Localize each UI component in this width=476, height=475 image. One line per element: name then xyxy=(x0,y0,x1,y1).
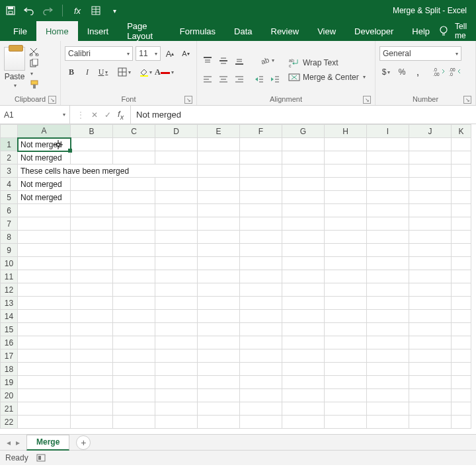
cell-H17[interactable] xyxy=(325,349,367,363)
row-header-17[interactable]: 17 xyxy=(1,349,18,363)
row-header-3[interactable]: 3 xyxy=(1,164,18,178)
cell-B7[interactable] xyxy=(71,217,113,231)
cell-B13[interactable] xyxy=(71,297,113,310)
cell-C13[interactable] xyxy=(113,297,155,310)
cell-D18[interactable] xyxy=(155,363,198,376)
row-header-4[interactable]: 4 xyxy=(1,178,18,191)
copy-icon[interactable]: ▾ xyxy=(29,59,40,77)
row-header-10[interactable]: 10 xyxy=(1,257,18,270)
row-header-8[interactable]: 8 xyxy=(1,231,18,244)
row-header-12[interactable]: 12 xyxy=(1,283,18,297)
cell-F4[interactable] xyxy=(240,178,282,191)
cell-F13[interactable] xyxy=(240,297,282,310)
align-right-icon[interactable] xyxy=(233,72,246,87)
cell-F10[interactable] xyxy=(240,257,282,270)
cell-K5[interactable] xyxy=(452,191,471,204)
cell-A21[interactable] xyxy=(18,402,71,416)
cell-J13[interactable] xyxy=(409,297,452,310)
cell-J22[interactable] xyxy=(409,416,452,429)
align-center-icon[interactable] xyxy=(217,72,230,87)
cell-E17[interactable] xyxy=(198,349,240,363)
align-left-icon[interactable] xyxy=(201,72,214,87)
cell-G13[interactable] xyxy=(282,297,325,310)
cell-C15[interactable] xyxy=(113,323,155,336)
decrease-font-icon[interactable]: A▾ xyxy=(179,46,192,61)
sheet-tab-merge[interactable]: Merge xyxy=(26,435,69,451)
cell-J12[interactable] xyxy=(409,283,452,297)
cell-G9[interactable] xyxy=(282,244,325,257)
cell-C18[interactable] xyxy=(113,363,155,376)
cell-G17[interactable] xyxy=(282,349,325,363)
cell-F16[interactable] xyxy=(240,336,282,349)
cell-K16[interactable] xyxy=(452,336,471,349)
cell-K15[interactable] xyxy=(452,323,471,336)
cell-F20[interactable] xyxy=(240,389,282,402)
cancel-formula-icon[interactable]: ✕ xyxy=(91,110,98,120)
cell-F12[interactable] xyxy=(240,283,282,297)
cell-A6[interactable] xyxy=(18,204,71,217)
cell-J4[interactable] xyxy=(409,178,452,191)
cell-A10[interactable] xyxy=(18,257,71,270)
cell-D15[interactable] xyxy=(155,323,198,336)
cell-J1[interactable] xyxy=(409,138,452,151)
cell-I21[interactable] xyxy=(367,402,409,416)
cell-E2[interactable] xyxy=(198,151,240,164)
insert-function-icon[interactable]: fx xyxy=(118,109,124,121)
cell-C10[interactable] xyxy=(113,257,155,270)
cell-E5[interactable] xyxy=(198,191,240,204)
cell-I6[interactable] xyxy=(367,204,409,217)
cell-J7[interactable] xyxy=(409,217,452,231)
tab-scroll-left-icon[interactable]: ◂ xyxy=(7,438,11,447)
cell-F11[interactable] xyxy=(240,270,282,283)
cell-A22[interactable] xyxy=(18,416,71,429)
cell-B21[interactable] xyxy=(71,402,113,416)
cell-A8[interactable] xyxy=(18,231,71,244)
cell-B20[interactable] xyxy=(71,389,113,402)
font-size-combo[interactable]: 11▾ xyxy=(136,46,161,61)
cell-K1[interactable] xyxy=(452,138,471,151)
cell-D12[interactable] xyxy=(155,283,198,297)
cell-I7[interactable] xyxy=(367,217,409,231)
cell-K4[interactable] xyxy=(452,178,471,191)
cell-A3-merged[interactable]: These cells have been merged xyxy=(18,164,198,178)
cell-F21[interactable] xyxy=(240,402,282,416)
cell-G11[interactable] xyxy=(282,270,325,283)
col-header-C[interactable]: C xyxy=(113,125,155,138)
cell-B16[interactable] xyxy=(71,336,113,349)
cell-A5[interactable]: Not merged xyxy=(18,191,71,204)
bold-button[interactable]: B xyxy=(65,65,78,79)
cell-J20[interactable] xyxy=(409,389,452,402)
cell-E8[interactable] xyxy=(198,231,240,244)
grid[interactable]: ABCDEFGHIJK1Not merged2Not merged3These … xyxy=(0,124,476,435)
cell-G7[interactable] xyxy=(282,217,325,231)
cell-E13[interactable] xyxy=(198,297,240,310)
cell-H21[interactable] xyxy=(325,402,367,416)
cell-D17[interactable] xyxy=(155,349,198,363)
cell-K7[interactable] xyxy=(452,217,471,231)
cell-A13[interactable] xyxy=(18,297,71,310)
cell-G20[interactable] xyxy=(282,389,325,402)
cell-H15[interactable] xyxy=(325,323,367,336)
cell-K20[interactable] xyxy=(452,389,471,402)
cell-G3[interactable] xyxy=(282,164,325,178)
col-header-H[interactable]: H xyxy=(325,125,367,138)
cell-K11[interactable] xyxy=(452,270,471,283)
cell-J18[interactable] xyxy=(409,363,452,376)
cell-J17[interactable] xyxy=(409,349,452,363)
tell-me-label[interactable]: Tell me xyxy=(455,22,468,40)
col-header-G[interactable]: G xyxy=(282,125,325,138)
cell-K3[interactable] xyxy=(452,164,471,178)
tab-data[interactable]: Data xyxy=(225,21,261,41)
cell-D21[interactable] xyxy=(155,402,198,416)
cell-K19[interactable] xyxy=(452,376,471,389)
cell-G12[interactable] xyxy=(282,283,325,297)
cell-A11[interactable] xyxy=(18,270,71,283)
cell-H14[interactable] xyxy=(325,310,367,323)
cell-K2[interactable] xyxy=(452,151,471,164)
cell-E20[interactable] xyxy=(198,389,240,402)
cell-C16[interactable] xyxy=(113,336,155,349)
row-header-7[interactable]: 7 xyxy=(1,217,18,231)
cell-F7[interactable] xyxy=(240,217,282,231)
cell-K14[interactable] xyxy=(452,310,471,323)
cell-D20[interactable] xyxy=(155,389,198,402)
